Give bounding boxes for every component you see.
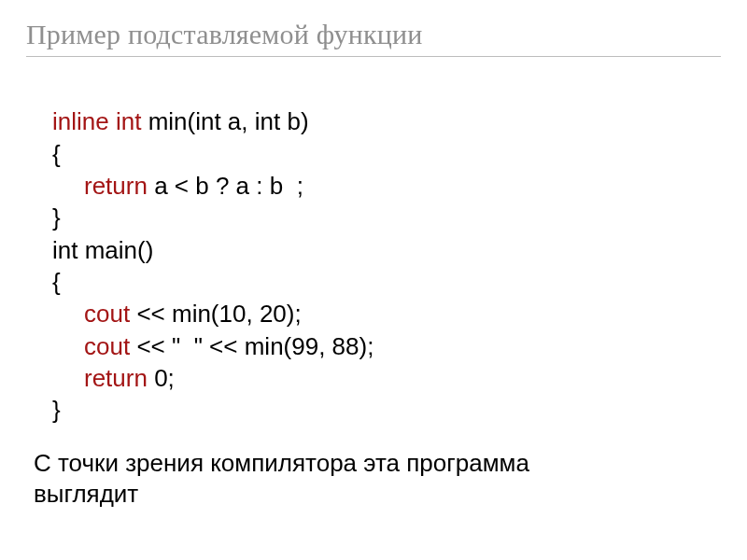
code-line: return 0; xyxy=(52,362,175,394)
slide-title: Пример подставляемой функции xyxy=(26,19,721,50)
code-text: min(int a, int b) xyxy=(141,107,308,135)
code-text: << " " << min(99, 88); xyxy=(130,332,374,360)
code-line: { xyxy=(52,140,61,168)
code-line: cout << min(10, 20); xyxy=(52,298,302,329)
keyword: inline int xyxy=(52,107,141,135)
footnote-line2: выглядит xyxy=(26,480,721,509)
code-text: << min(10, 20); xyxy=(130,300,302,328)
code-text: 0; xyxy=(148,364,175,392)
code-line: inline int min(int a, int b) xyxy=(52,107,309,135)
code-line: } xyxy=(52,396,61,424)
keyword: return xyxy=(84,364,148,392)
code-line: return a < b ? a : b ; xyxy=(52,170,303,202)
footnote-line1: С точки зрения компилятора эта программа xyxy=(26,448,721,480)
code-line: { xyxy=(52,268,61,296)
code-line: } xyxy=(52,203,61,231)
cout-text: cout xyxy=(84,332,130,360)
code-line: int main() xyxy=(52,236,153,264)
code-text: a < b ? a : b ; xyxy=(148,172,303,200)
code-block: inline int min(int a, int b) { return a … xyxy=(26,74,721,426)
cout-text: cout xyxy=(84,300,130,328)
keyword: return xyxy=(84,172,148,200)
code-line: cout << " " << min(99, 88); xyxy=(52,330,374,362)
title-divider xyxy=(26,56,721,57)
